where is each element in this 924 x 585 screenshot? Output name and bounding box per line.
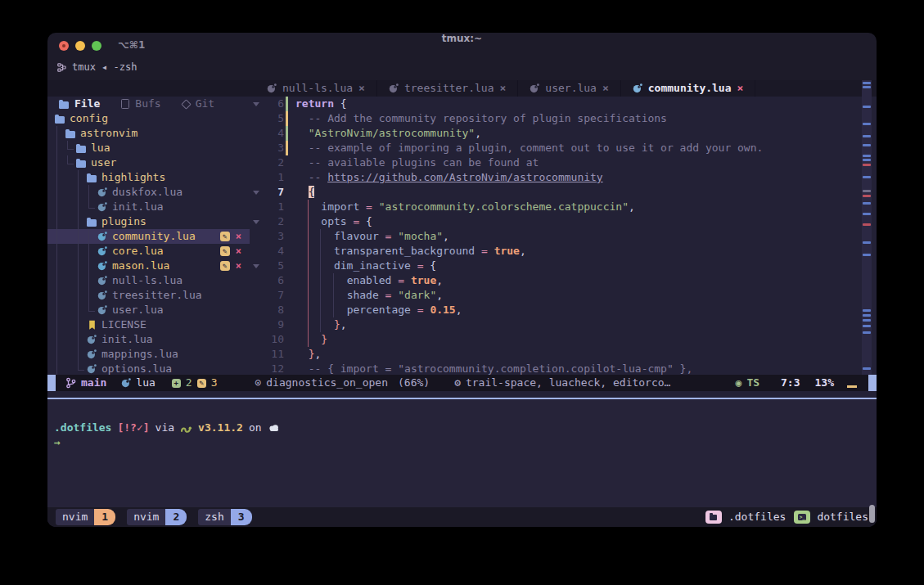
cloud-icon [268, 423, 281, 433]
tree-item-mason.lua[interactable]: mason.lua✎× [47, 259, 250, 273]
buffer-tab-label: treesitter.lua [404, 81, 494, 96]
editor-scrollbar[interactable] [862, 80, 872, 375]
close-icon[interactable]: × [737, 81, 744, 96]
indent-guide [86, 185, 97, 200]
buffer-tab-user.lua[interactable]: user.lua× [518, 80, 620, 97]
git-sign-column [284, 332, 291, 347]
modified-badge-icon: ✎ [220, 232, 230, 241]
indent-guide [54, 273, 65, 288]
buffer-tab-null-ls.lua[interactable]: null-ls.lua× [255, 80, 377, 97]
neotree-source-File[interactable]: File [59, 97, 100, 111]
line-number: 6 [263, 273, 284, 288]
fold-column[interactable] [250, 185, 263, 200]
indent-guide [65, 170, 75, 185]
tree-item-options.lua[interactable]: options.lua [47, 362, 250, 375]
indent-guide [54, 303, 65, 317]
folder-icon [59, 101, 69, 109]
minimize-window-button[interactable] [75, 41, 85, 51]
close-buffer-icon[interactable]: × [236, 244, 241, 259]
fold-column[interactable] [250, 259, 263, 273]
tree-item-LICENSE[interactable]: LICENSE [47, 317, 250, 332]
diagnostics-icon: ⊙ [255, 376, 261, 390]
indent-guide [65, 229, 75, 244]
indent-guide [65, 214, 75, 229]
lua-file-icon [87, 335, 97, 344]
filetype-label: lua [136, 376, 155, 390]
code-line: 10 } [250, 332, 877, 347]
tmux-window-nvim-2[interactable]: nvim2 [127, 509, 187, 525]
tree-item-mappings.lua[interactable]: mappings.lua [47, 347, 250, 362]
git-sign-column [284, 303, 291, 317]
tmux-window-nvim-1[interactable]: nvim1 [56, 509, 115, 525]
indent-guide [54, 141, 65, 155]
license-icon [88, 320, 97, 331]
nvim-main: FileBufsGit configastronvimluauserhighli… [47, 97, 877, 375]
fold-column [250, 111, 263, 126]
indent-guide [75, 185, 86, 200]
tmux-window-zsh-3[interactable]: zsh3 [198, 509, 251, 525]
fold-column[interactable] [250, 214, 263, 229]
git-diff-segment: + 2 ✎ 3 [172, 376, 218, 390]
close-buffer-icon[interactable]: × [236, 229, 241, 244]
tree-item-community.lua[interactable]: community.lua✎× [47, 229, 250, 244]
indent-guide [65, 185, 75, 200]
neotree-source-Bufs[interactable]: Bufs [121, 97, 160, 111]
close-buffer-icon[interactable]: × [236, 259, 241, 273]
tree-item-astronvim[interactable]: astronvim [47, 126, 250, 141]
line-number: 4 [263, 126, 284, 141]
indent-guide [75, 332, 86, 347]
buffer-tab-community.lua[interactable]: community.lua× [621, 80, 756, 97]
window-title: tmux:~ [47, 33, 877, 44]
prompt-arrow: → [54, 435, 61, 450]
fold-column [250, 170, 263, 185]
neotree-sidebar: FileBufsGit configastronvimluauserhighli… [47, 97, 250, 375]
shell-pane[interactable]: .dotfiles [!?✓] via v3.11.2 on → [47, 399, 877, 507]
indent-guide [54, 332, 65, 347]
lsp-servers-label: trail-space, luacheck, editorco… [466, 376, 670, 390]
diagnostics-segment: ⊙ diagnostics_on_open (66%) [255, 376, 430, 390]
tree-item-plugins[interactable]: plugins [47, 214, 250, 229]
tmux-window-index: 1 [94, 509, 115, 525]
fold-column[interactable] [250, 97, 263, 111]
macos-scrollbar-thumb[interactable] [869, 505, 875, 523]
git-sign-column [284, 185, 291, 200]
tree-item-lua[interactable]: lua [47, 141, 250, 155]
shell-prompt: .dotfiles [!?✓] via v3.11.2 on [54, 421, 281, 435]
code-line: 2 -- available plugins can be found at [250, 155, 877, 170]
neotree-source-Git[interactable]: Git [183, 97, 214, 111]
tree-item-treesitter.lua[interactable]: treesitter.lua [47, 288, 250, 303]
prompt-via-label: via [156, 421, 174, 435]
fold-column [250, 229, 263, 244]
tree-item-duskfox.lua[interactable]: duskfox.lua [47, 185, 250, 200]
line-number: 1 [263, 170, 284, 185]
tree-item-init.lua[interactable]: init.lua [47, 332, 250, 347]
line-number: 10 [263, 332, 284, 347]
indent-guide [54, 317, 65, 332]
tree-item-null-ls.lua[interactable]: null-ls.lua [47, 273, 250, 288]
code-line: 7 shade = "dark", [250, 288, 877, 303]
statusline-right-block [868, 375, 877, 391]
indent-guide [75, 170, 86, 185]
scrollbar-mark [863, 331, 871, 334]
close-icon[interactable]: × [358, 81, 365, 96]
close-window-button[interactable] [59, 41, 69, 51]
tree-item-user.lua[interactable]: user.lua [47, 303, 250, 317]
git-sign-column [284, 214, 291, 229]
tree-item-config[interactable]: config [47, 111, 250, 126]
tree-item-highlights[interactable]: highlights [47, 170, 250, 185]
tmux-window-index: 3 [231, 509, 252, 525]
editor-buffer[interactable]: 6return {5 -- Add the community reposito… [250, 97, 877, 375]
lua-file-icon [530, 83, 539, 93]
code-line: 8 percentage = 0.15, [250, 303, 877, 317]
zoom-window-button[interactable] [92, 41, 101, 51]
tree-item-init.lua[interactable]: init.lua [47, 200, 250, 214]
terminal-tab[interactable]: tmux ◂ -zsh [47, 57, 877, 77]
close-icon[interactable]: × [500, 81, 507, 96]
buffer-tab-label: community.lua [648, 81, 732, 96]
tree-item-user[interactable]: user [47, 155, 250, 170]
git-icon [181, 99, 192, 110]
indent-guide [86, 229, 97, 244]
buffer-tab-treesitter.lua[interactable]: treesitter.lua× [377, 80, 518, 97]
close-icon[interactable]: × [602, 81, 609, 96]
tree-item-core.lua[interactable]: core.lua✎× [47, 244, 250, 259]
